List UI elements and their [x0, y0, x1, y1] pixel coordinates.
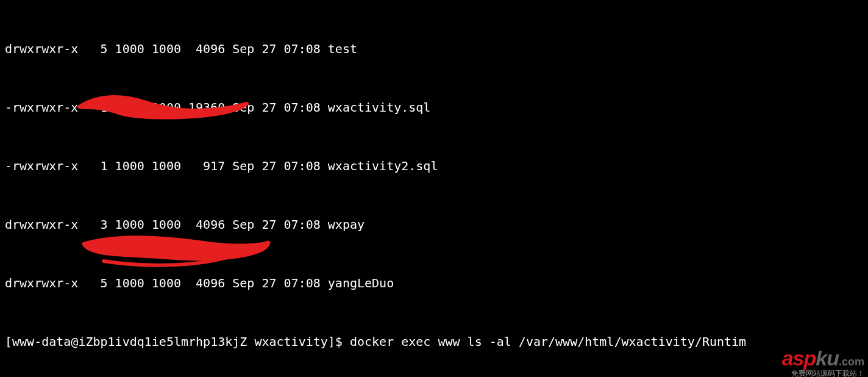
- ls-output-line: -rwxrwxr-x 1 1000 1000 19360 Sep 27 07:0…: [5, 98, 863, 117]
- ls-output-line: -rwxrwxr-x 1 1000 1000 917 Sep 27 07:08 …: [5, 156, 863, 176]
- redaction-scribble-icon: [79, 232, 274, 267]
- ls-output-line: drwxrwxr-x 3 1000 1000 4096 Sep 27 07:08…: [5, 215, 863, 234]
- watermark-brand: aspku.com: [782, 348, 864, 368]
- watermark: aspku.com 免费网站源码下载站！: [782, 348, 864, 377]
- ls-output-line: drwxrwxr-x 5 1000 1000 4096 Sep 27 07:08…: [5, 39, 863, 59]
- terminal-output[interactable]: drwxrwxr-x 5 1000 1000 4096 Sep 27 07:08…: [0, 0, 868, 377]
- watermark-text-asp: asp: [782, 346, 816, 370]
- watermark-tagline: 免费网站源码下载站！: [782, 370, 864, 377]
- ls-output-line: drwxrwxr-x 5 1000 1000 4096 Sep 27 07:08…: [5, 273, 863, 293]
- watermark-text-ku: ku: [816, 346, 839, 370]
- watermark-text-tld: .com: [839, 356, 864, 368]
- shell-prompt-line: [www-data@iZbp1ivdq1ie5lmrhp13kjZ wxacti…: [5, 332, 863, 351]
